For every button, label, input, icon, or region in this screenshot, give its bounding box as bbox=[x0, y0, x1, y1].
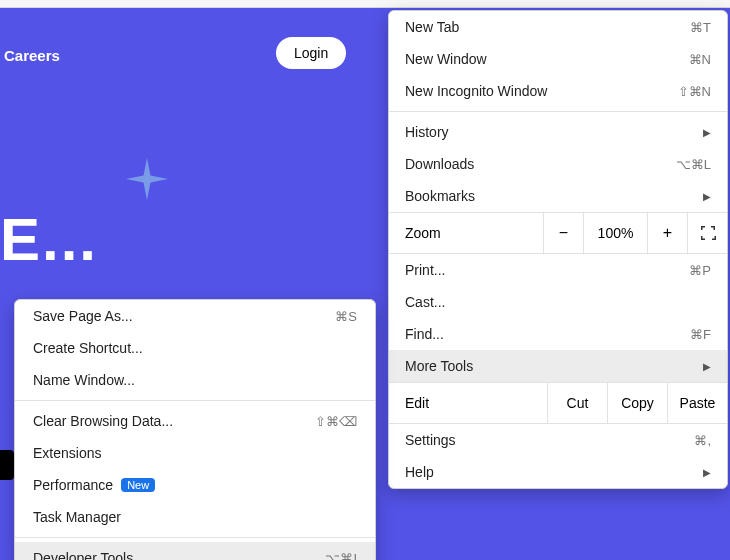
submenu-arrow-icon: ▶ bbox=[703, 191, 711, 202]
menu-shortcut: ⌘N bbox=[689, 52, 711, 67]
menu-label: New Incognito Window bbox=[405, 83, 547, 99]
menu-label: New Tab bbox=[405, 19, 459, 35]
menu-label: Help bbox=[405, 464, 434, 480]
menu-shortcut: ⇧⌘⌫ bbox=[315, 414, 357, 429]
submenu-extensions[interactable]: Extensions bbox=[15, 437, 375, 469]
sparkle-icon bbox=[126, 158, 168, 204]
menu-label: Find... bbox=[405, 326, 444, 342]
menu-separator bbox=[389, 111, 727, 112]
menu-label: More Tools bbox=[405, 358, 473, 374]
partial-ui-element bbox=[0, 450, 14, 480]
menu-print[interactable]: Print... ⌘P bbox=[389, 254, 727, 286]
submenu-create-shortcut[interactable]: Create Shortcut... bbox=[15, 332, 375, 364]
menu-label: Extensions bbox=[33, 445, 101, 461]
menu-label: Performance bbox=[33, 477, 113, 493]
menu-label: New Window bbox=[405, 51, 487, 67]
hero-text-fragment: E... bbox=[0, 205, 98, 274]
submenu-clear-data[interactable]: Clear Browsing Data... ⇧⌘⌫ bbox=[15, 405, 375, 437]
submenu-name-window[interactable]: Name Window... bbox=[15, 364, 375, 396]
submenu-arrow-icon: ▶ bbox=[703, 467, 711, 478]
menu-shortcut: ⌥⌘L bbox=[676, 157, 711, 172]
menu-label: Task Manager bbox=[33, 509, 121, 525]
zoom-out-button[interactable]: − bbox=[543, 213, 583, 253]
edit-cut-button[interactable]: Cut bbox=[547, 383, 607, 423]
menu-help[interactable]: Help ▶ bbox=[389, 456, 727, 488]
menu-shortcut: ⌥⌘I bbox=[325, 551, 357, 561]
menu-separator bbox=[15, 400, 375, 401]
menu-label: Save Page As... bbox=[33, 308, 133, 324]
menu-new-tab[interactable]: New Tab ⌘T bbox=[389, 11, 727, 43]
zoom-label: Zoom bbox=[389, 215, 543, 251]
menu-zoom-row: Zoom − 100% + bbox=[389, 212, 727, 254]
fullscreen-icon bbox=[700, 225, 716, 241]
menu-label: Print... bbox=[405, 262, 445, 278]
submenu-task-manager[interactable]: Task Manager bbox=[15, 501, 375, 533]
edit-copy-button[interactable]: Copy bbox=[607, 383, 667, 423]
menu-shortcut: ⌘S bbox=[335, 309, 357, 324]
submenu-developer-tools[interactable]: Developer Tools ⌥⌘I bbox=[15, 542, 375, 560]
menu-shortcut: ⌘F bbox=[690, 327, 711, 342]
menu-bookmarks[interactable]: Bookmarks ▶ bbox=[389, 180, 727, 212]
menu-label: Create Shortcut... bbox=[33, 340, 143, 356]
menu-separator bbox=[15, 537, 375, 538]
menu-new-incognito[interactable]: New Incognito Window ⇧⌘N bbox=[389, 75, 727, 107]
login-button[interactable]: Login bbox=[276, 37, 346, 69]
new-badge: New bbox=[121, 478, 155, 492]
fullscreen-button[interactable] bbox=[687, 213, 727, 253]
edit-label: Edit bbox=[389, 385, 547, 421]
submenu-arrow-icon: ▶ bbox=[703, 127, 711, 138]
browser-main-menu: New Tab ⌘T New Window ⌘N New Incognito W… bbox=[388, 10, 728, 489]
zoom-in-button[interactable]: + bbox=[647, 213, 687, 253]
menu-label: Developer Tools bbox=[33, 550, 133, 560]
more-tools-submenu: Save Page As... ⌘S Create Shortcut... Na… bbox=[14, 299, 376, 560]
edit-paste-button[interactable]: Paste bbox=[667, 383, 727, 423]
menu-label: History bbox=[405, 124, 449, 140]
menu-label: Bookmarks bbox=[405, 188, 475, 204]
menu-more-tools[interactable]: More Tools ▶ bbox=[389, 350, 727, 382]
careers-link[interactable]: Careers bbox=[4, 47, 60, 64]
menu-shortcut: ⇧⌘N bbox=[678, 84, 711, 99]
menu-history[interactable]: History ▶ bbox=[389, 116, 727, 148]
menu-cast[interactable]: Cast... bbox=[389, 286, 727, 318]
menu-shortcut: ⌘T bbox=[690, 20, 711, 35]
submenu-save-page[interactable]: Save Page As... ⌘S bbox=[15, 300, 375, 332]
menu-label: Downloads bbox=[405, 156, 474, 172]
submenu-arrow-icon: ▶ bbox=[703, 361, 711, 372]
menu-settings[interactable]: Settings ⌘, bbox=[389, 424, 727, 456]
submenu-performance[interactable]: Performance New bbox=[15, 469, 375, 501]
menu-shortcut: ⌘, bbox=[694, 433, 711, 448]
menu-shortcut: ⌘P bbox=[689, 263, 711, 278]
menu-find[interactable]: Find... ⌘F bbox=[389, 318, 727, 350]
menu-label: Cast... bbox=[405, 294, 445, 310]
menu-label: Name Window... bbox=[33, 372, 135, 388]
browser-chrome-strip bbox=[0, 0, 730, 8]
menu-edit-row: Edit Cut Copy Paste bbox=[389, 382, 727, 424]
menu-label: Settings bbox=[405, 432, 456, 448]
menu-new-window[interactable]: New Window ⌘N bbox=[389, 43, 727, 75]
menu-downloads[interactable]: Downloads ⌥⌘L bbox=[389, 148, 727, 180]
zoom-percent: 100% bbox=[583, 213, 647, 253]
menu-label: Clear Browsing Data... bbox=[33, 413, 173, 429]
